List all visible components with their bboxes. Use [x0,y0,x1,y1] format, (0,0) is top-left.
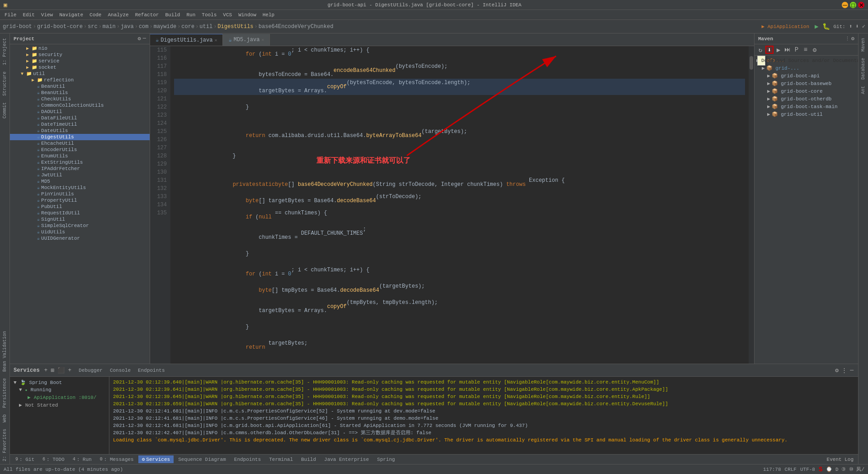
tree-item-extstringutils[interactable]: ☕ ExtStringUtils [10,159,150,166]
menu-navigate[interactable]: Navigate [57,11,86,19]
tab-md5[interactable]: ☕ MD5.java ✕ [223,34,270,46]
menu-tools[interactable]: Tools [199,11,219,19]
tree-item-uuidgenerator[interactable]: ☕ UUIDGenerator [10,235,150,242]
tree-item-signutil[interactable]: ☕ SignUtil [10,216,150,223]
btab-sequence[interactable]: Sequence Diagram [175,456,230,463]
sidebar-favorites[interactable]: 2: Favorites [1,426,8,464]
tree-item-simplesqlcreator[interactable]: ☕ SimpleSqlCreator [10,223,150,229]
tree-item-propertyutil[interactable]: ☕ PropertyUtil [10,197,150,204]
breadcrumb-core[interactable]: core [181,24,194,30]
menu-edit[interactable]: Edit [20,11,37,19]
status-position[interactable]: 117:78 [763,467,781,472]
maven-item-grid-boot-task-main[interactable]: ▶ 📦 grid-boot-task-main [755,103,858,110]
tab-digestutils[interactable]: ☕ DigestUtils.java ✕ [150,34,223,46]
tree-item-reflection[interactable]: ▶ 📁 reflection [10,77,150,83]
menu-code[interactable]: Code [87,11,104,19]
tree-item-checkutils[interactable]: ☕ CheckUtils [10,96,150,102]
breadcrumb-main[interactable]: main [103,24,116,30]
menu-analyze[interactable]: Analyze [105,11,131,19]
maven-item-grid-boot-api[interactable]: ▶ 📦 grid-boot-api [755,72,858,80]
sidebar-persistence[interactable]: Persistence [1,375,8,411]
maven-download-btn[interactable]: ⬇ Download Sources and/or Documentation [765,46,774,54]
breadcrumb-util[interactable]: util [199,24,212,30]
tree-item-md5[interactable]: ☕ MD5 [10,178,150,185]
code-content[interactable]: for (int i = 0; i < chunkTimes; i++) { b… [170,46,749,364]
maven-item-grid-boot-otherdb[interactable]: ▶ 📦 grid-boot-otherdb [755,95,858,103]
project-close-icon[interactable]: — [143,35,146,42]
sidebar-database[interactable]: Database [860,55,867,82]
tree-item-security[interactable]: ▶ 📁 security [10,52,150,58]
sidebar-commit[interactable]: Commit [1,100,8,121]
menu-vcs[interactable]: VCS [220,11,235,19]
maven-execute-btn[interactable]: ▶ [774,46,783,54]
tree-item-encoderutils[interactable]: ☕ EncoderUtils [10,147,150,153]
svc-not-started[interactable]: ▶ Not Started [12,401,107,409]
maven-toggle-btn[interactable]: ≡ [802,46,810,54]
sidebar-project[interactable]: 1: Project [1,35,8,68]
breadcrumb-digestutils[interactable]: DigestUtils [217,24,253,30]
btab-services[interactable]: ⚙ Services [138,455,174,463]
tree-item-mockentityutils[interactable]: ☕ MockEntityUtils [10,185,150,191]
sidebar-structure[interactable]: Structure [1,69,8,99]
svc-api-application[interactable]: ▶ ApiApplication :8010/ [12,393,107,401]
services-more2-btn[interactable]: ⋮ [840,366,848,375]
maven-item-grid-boot-baseweb[interactable]: ▶ 📦 grid-boot-baseweb [755,80,858,87]
close-button[interactable]: ✕ [858,2,864,8]
tree-item-jwtutil[interactable]: ☕ JwtUtil [10,172,150,178]
maven-refresh-btn[interactable]: ↻ [756,46,764,54]
tree-item-ehcacheutil[interactable]: ☕ EhcacheUtil [10,140,150,147]
btab-terminal[interactable]: Terminal [265,456,297,463]
tab-md5-close[interactable]: ✕ [261,37,264,43]
btab-java-enterprise[interactable]: Java Enterprise [321,456,373,463]
services-add-btn[interactable]: + [43,366,49,374]
breadcrumb-grid-boot-core[interactable]: grid-boot-core [37,24,83,30]
run-btn[interactable]: ▶ [815,23,818,30]
breadcrumb-com[interactable]: com [139,24,149,30]
menu-refactor[interactable]: Refactor [132,11,162,19]
run-config[interactable]: ▶ ApiApplication [761,24,809,29]
tree-item-daoutil[interactable]: ☕ DAOUtil [10,109,150,115]
tree-item-ipaddrfetcher[interactable]: ☕ IPAddrFetcher [10,166,150,172]
breadcrumb-src[interactable]: src [88,24,98,30]
sidebar-ant[interactable]: Ant [860,83,867,97]
menu-run[interactable]: Run [184,11,198,19]
tab-debugger[interactable]: Debugger [76,367,105,374]
tab-endpoints[interactable]: Endpoints [135,367,167,374]
services-settings-btn[interactable]: ⚙ [834,366,840,375]
maven-settings-icon[interactable]: ⚙ [851,35,854,42]
btab-todo[interactable]: 6 : TODO [39,456,68,463]
btab-endpoints[interactable]: Endpoints [231,456,264,463]
breadcrumb-method[interactable]: base64EncodeVeryChunked [259,24,334,30]
tree-item-nio[interactable]: ▶ 📁 nio [10,45,150,52]
services-more-btn[interactable]: + [67,366,72,374]
tree-item-enumutils[interactable]: ☕ EnumUtils [10,153,150,159]
tree-item-dateutils[interactable]: ☕ DateUtils [10,128,150,134]
tree-item-requestidutil[interactable]: ☕ RequestIdUtil [10,210,150,216]
menu-build[interactable]: Build [162,11,183,19]
services-minimize-btn[interactable]: — [849,366,854,374]
sidebar-web[interactable]: Web [1,412,8,425]
tree-item-beanutils[interactable]: ☕ BeanUtils [10,90,150,96]
tree-item-commoncollectionutils[interactable]: ☕ CommonCollectionUtils [10,102,150,109]
maven-settings2-btn[interactable]: ⚙ [811,46,819,54]
status-encoding[interactable]: UTF-8 [800,467,815,472]
tree-item-pubutil[interactable]: ☕ PubUtil [10,204,150,210]
project-settings-icon[interactable]: ⚙ [138,35,141,42]
tree-item-digestutils[interactable]: ☕ DigestUtils [10,134,150,140]
minimize-button[interactable]: ─ [842,2,848,8]
svc-running[interactable]: ▼ ● Running [12,386,107,393]
maven-skip-btn[interactable]: ⏭ [783,46,792,54]
btab-git[interactable]: 9 : Git [12,456,38,463]
maximize-button[interactable]: □ [850,2,856,8]
tree-item-socket[interactable]: ▶ 📁 socket [10,64,150,71]
maven-item-grid[interactable]: ▶ 📦 grid-... [755,64,858,72]
breadcrumb-java[interactable]: java [121,24,134,30]
breadcrumb-grid-boot[interactable]: grid-boot [3,24,32,30]
tree-item-datafileutil[interactable]: ☕ DataFileUtil [10,115,150,121]
status-line-sep[interactable]: CRLF [785,467,797,472]
btab-build[interactable]: Build [297,456,320,463]
services-filter-btn[interactable]: ⬛ [57,366,66,375]
editor-scrollbar[interactable] [749,46,754,364]
svc-spring-boot[interactable]: ▼ 🍃 Spring Boot [12,379,107,386]
services-layout-btn[interactable]: ⊞ [50,366,55,375]
